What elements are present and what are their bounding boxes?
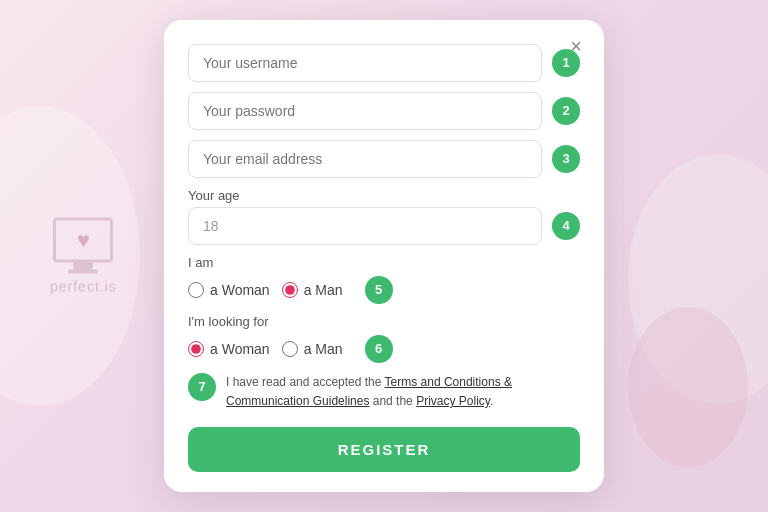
age-label: Your age [188,188,580,203]
looking-for-options-row: a Woman a Man 6 [188,335,580,363]
password-row: 2 [188,92,580,130]
terms-prefix: I have read and accepted the [226,375,385,389]
registration-modal: × 1 2 3 Your age 4 I am a Woman a M [164,20,604,492]
looking-for-section: I'm looking for a Woman a Man 6 [188,314,580,363]
username-input[interactable] [188,44,542,82]
step-badge-4: 4 [552,212,580,240]
step-badge-7: 7 [188,373,216,401]
i-am-man-label: a Man [304,282,343,298]
i-am-woman-option[interactable]: a Woman [188,282,270,298]
email-input[interactable] [188,140,542,178]
i-am-woman-label: a Woman [210,282,270,298]
looking-for-woman-label: a Woman [210,341,270,357]
looking-for-man-label: a Man [304,341,343,357]
terms-row: 7 I have read and accepted the Terms and… [188,373,580,411]
watermark-heart-icon: ♥ [77,227,90,253]
looking-for-woman-radio[interactable] [188,341,204,357]
i-am-man-radio[interactable] [282,282,298,298]
watermark-text: perfect.is [50,279,117,295]
close-button[interactable]: × [564,34,588,58]
i-am-man-option[interactable]: a Man [282,282,343,298]
looking-for-man-radio[interactable] [282,341,298,357]
step-badge-5: 5 [365,276,393,304]
email-row: 3 [188,140,580,178]
watermark-monitor-icon: ♥ [53,218,113,263]
register-button[interactable]: REGISTER [188,427,580,472]
i-am-options-row: a Woman a Man 5 [188,276,580,304]
looking-for-label: I'm looking for [188,314,580,329]
age-input[interactable] [188,207,542,245]
terms-link2[interactable]: Privacy Policy [416,394,490,408]
step-badge-2: 2 [552,97,580,125]
i-am-label: I am [188,255,580,270]
step-badge-3: 3 [552,145,580,173]
watermark: ♥ perfect.is [50,218,117,295]
username-row: 1 [188,44,580,82]
age-row: 4 [188,207,580,245]
looking-for-woman-option[interactable]: a Woman [188,341,270,357]
i-am-section: I am a Woman a Man 5 [188,255,580,304]
i-am-woman-radio[interactable] [188,282,204,298]
step-badge-6: 6 [365,335,393,363]
looking-for-man-option[interactable]: a Man [282,341,343,357]
terms-middle: and the [369,394,416,408]
terms-text: I have read and accepted the Terms and C… [226,373,580,411]
terms-end: . [490,394,493,408]
password-input[interactable] [188,92,542,130]
decorative-blob-right2 [628,307,748,467]
